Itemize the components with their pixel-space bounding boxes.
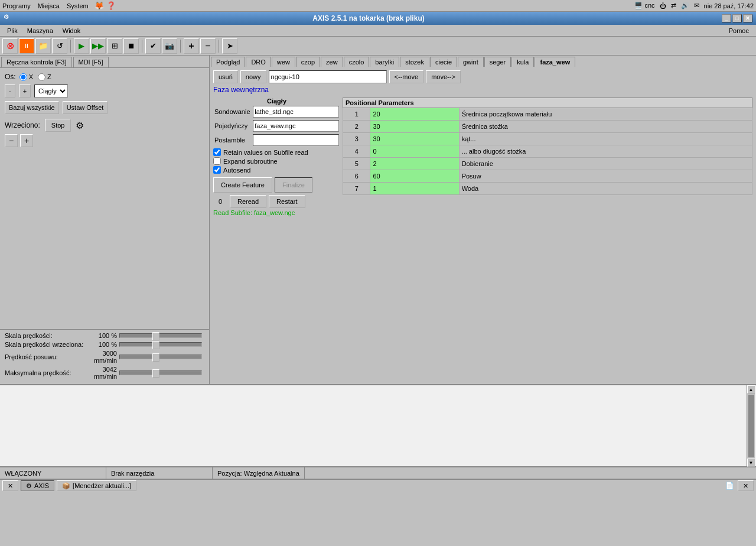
check-button[interactable]: ✔ [145,38,161,54]
menu-pomoc[interactable]: Pomoc [724,26,754,35]
scroll-up-arrow[interactable]: ▲ [747,385,755,394]
sondowanie-input[interactable] [253,106,339,118]
tab-ciecie[interactable]: ciecie [430,57,457,67]
stop-circle-button[interactable]: ⊗ [2,38,18,54]
console-scroll[interactable]: ▲ ▼ [0,385,755,467]
cam-button[interactable]: 📷 [162,38,177,54]
taskbar-axis-button[interactable]: ⚙ AXIS [21,480,54,491]
ustaw-button[interactable]: Ustaw Offset [63,101,108,114]
move-left-button[interactable]: <--move [389,70,424,83]
axis-z-radio[interactable]: Z [38,73,51,81]
tab-wew[interactable]: wew [272,57,295,67]
param-val[interactable] [370,121,459,133]
jog-plus-button[interactable]: + [19,84,31,98]
tab-czolo[interactable]: czolo [344,57,370,67]
postamble-label: Postamble [213,133,252,147]
add-button[interactable]: + [184,38,199,54]
param-val[interactable] [370,158,459,170]
maximize-button[interactable]: □ [732,14,742,22]
tab-barylki[interactable]: barylki [370,57,399,67]
delete-button[interactable]: usuń [213,70,238,83]
slider-track-1[interactable] [119,342,202,347]
step-forward-button[interactable]: ▶▶ [90,38,106,54]
postamble-row: Postamble [213,133,340,147]
move-right-button[interactable]: move--> [426,70,461,83]
tab-mdi[interactable]: MDI [F5] [73,57,109,67]
tab-czop[interactable]: czop [296,57,320,67]
taskbar: ✕ ⚙ AXIS 📦 [Menedżer aktuali...] 📄 ✕ [0,479,756,492]
restart-button[interactable]: Restart [269,195,305,208]
param-val[interactable] [370,170,459,183]
param-val[interactable] [370,108,459,121]
taskbar-close-button[interactable]: ✕ [738,480,754,491]
jog-mode-select[interactable]: Ciągły [34,84,68,98]
system-menu[interactable]: Programy Miejsca System [2,2,89,9]
expand-checkbox[interactable] [213,157,221,165]
filename-input[interactable] [269,70,387,83]
expand-label: Expand subroutine [223,158,278,165]
autosend-checkbox[interactable] [213,166,221,174]
axis-row: Oś: X Z [5,73,204,81]
tab-stozek[interactable]: stozek [400,57,429,67]
sys-menu-miejsca[interactable]: Miejsca [38,2,60,9]
tab-seger[interactable]: seger [484,57,511,67]
manager-label: [Menedżer aktuali...] [73,482,131,489]
pojedynczy-input[interactable] [253,120,339,132]
postamble-input[interactable] [253,134,339,146]
reread-button[interactable]: Reread [230,195,266,208]
retain-checkbox[interactable] [213,148,221,156]
slider-track-0[interactable] [119,333,202,338]
param-num: 7 [343,183,370,195]
console-scrollbar[interactable]: ▲ ▼ [747,385,755,467]
spindle-minus-button[interactable]: − [5,134,18,147]
reload-button[interactable]: ↺ [52,38,67,54]
close-button[interactable]: ✕ [743,14,752,22]
scroll-down-arrow[interactable]: ▼ [747,459,755,467]
jog-minus-button[interactable]: - [5,84,15,98]
param-val[interactable] [370,183,459,195]
axis-z-input[interactable] [38,73,45,81]
wrzeciono-stop-button[interactable]: Stop [45,119,71,132]
sys-menu-programy[interactable]: Programy [2,2,31,9]
tab-gwint[interactable]: gwint [458,57,484,67]
feature-row: Create Feature Finalize [213,177,340,193]
slider-track-3[interactable] [119,370,202,375]
param-val[interactable] [370,133,459,145]
spindle-plus-button[interactable]: + [20,134,33,147]
run-arrow-button[interactable]: ➤ [222,38,237,54]
axis-x-input[interactable] [19,73,27,81]
left-content: Oś: X Z - + Ciągły [0,68,209,329]
tab-zew[interactable]: zew [321,57,343,67]
param-row: 7 Woda [343,183,752,195]
system-bar: Programy Miejsca System 🦊 ❓ 🖥️ cnc ⏻ ⇄ 🔊… [0,0,756,12]
slider-label-1: Skala prędkości wrzeciona: [5,341,87,348]
menu-maszyna[interactable]: Maszyna [22,26,58,35]
menu-plik[interactable]: Plik [2,26,22,35]
menu-widok[interactable]: Widok [58,26,86,35]
tab-dro[interactable]: DRO [246,57,271,67]
taskbar-manager-button[interactable]: 📦 [Menedżer aktuali...] [57,480,136,491]
tab-faza-wew[interactable]: faza_wew [535,57,575,67]
window-controls[interactable]: _ □ ✕ [722,14,752,22]
create-feature-button[interactable]: Create Feature [213,177,272,193]
sys-menu-system[interactable]: System [67,2,89,9]
tab-podglad[interactable]: Podgląd [211,57,245,67]
axis-z-label: Z [47,73,51,80]
stop-button[interactable]: ⏹ [123,38,139,54]
new-button[interactable]: nowy [240,70,266,83]
open-file-button[interactable]: 📁 [35,38,51,54]
taskbar-error-icon[interactable]: ✕ [2,480,18,491]
param-val[interactable] [370,145,459,158]
minimize-button[interactable]: _ [722,14,731,22]
tab-kula[interactable]: kula [511,57,534,67]
console-area: ▲ ▼ [0,384,756,467]
pause-button[interactable]: ⏸ [19,38,34,54]
bazuj-button[interactable]: Bazuj wszystkie [5,101,59,114]
run-button[interactable]: ▶ [74,38,89,54]
grid-button[interactable]: ⊞ [107,38,122,54]
slider-track-2[interactable] [119,355,202,359]
axis-x-radio[interactable]: X [19,73,33,81]
tab-manual[interactable]: Ręczna kontrola [F3] [1,57,72,67]
param-row: 6 Posuw [343,170,752,183]
remove-button[interactable]: − [200,38,216,54]
